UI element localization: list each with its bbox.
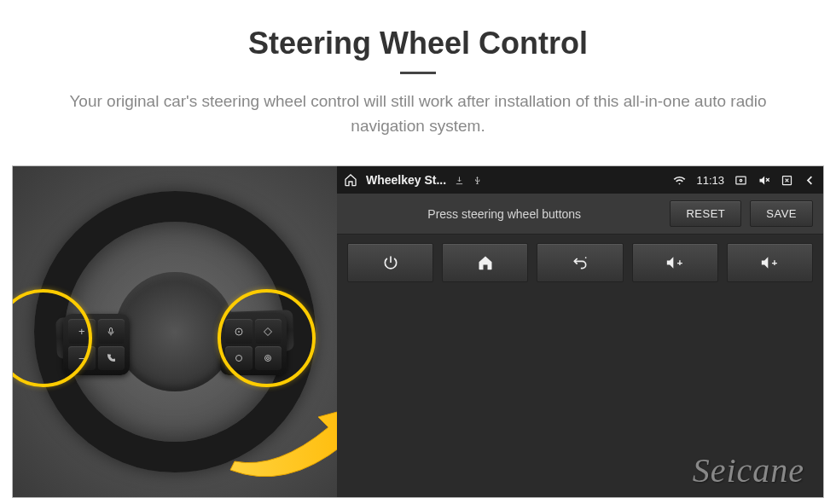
save-button[interactable]: SAVE [750,200,813,227]
reset-button[interactable]: RESET [670,200,741,227]
download-icon [455,176,464,185]
key-volume-up-button-2[interactable]: + [727,243,813,282]
svg-point-13 [585,257,587,258]
svg-point-3 [235,356,241,362]
title-divider [400,72,436,74]
wheel-btn-dial [225,319,253,344]
back-nav-icon[interactable] [804,174,816,187]
wifi-icon [673,174,686,187]
home-icon [477,254,494,271]
home-icon[interactable] [344,173,357,187]
head-unit-screen: Wheelkey St... 11:13 [337,166,823,497]
wheel-buttons-left: + − [63,314,130,375]
status-bar: Wheelkey St... 11:13 [337,166,823,194]
key-power-button[interactable] [347,243,433,282]
usb-icon [473,176,482,185]
wheel-buttons-right [220,314,287,375]
content-box: + − [12,165,824,498]
wheel-btn-phone [98,346,125,371]
volume-up-icon: + [665,254,685,271]
svg-rect-6 [736,177,746,184]
svg-point-4 [265,356,271,362]
power-icon [382,254,399,271]
instruction-label: Press steering wheel buttons [347,207,661,221]
volume-up-icon: + [759,254,780,271]
key-volume-up-button-1[interactable]: + [632,243,718,282]
steering-wheel-image: + − [13,166,337,497]
page-title: Steering Wheel Control [34,26,802,61]
svg-point-5 [267,357,270,360]
wheel-btn-circle [225,346,253,371]
mute-icon[interactable] [758,174,770,187]
cast-icon[interactable] [734,174,747,187]
wheel-btn-target [255,346,282,371]
key-button-row: + + [337,235,823,291]
svg-text:+: + [677,257,683,268]
svg-text:+: + [772,257,778,268]
svg-rect-0 [110,327,113,333]
clock-time: 11:13 [696,174,724,187]
svg-point-7 [740,179,742,182]
brand-watermark: Seicane [693,450,804,490]
wheel-btn-diamond [255,319,282,344]
close-app-icon[interactable] [781,174,793,187]
app-toolbar: Press steering wheel buttons RESET SAVE [337,194,823,235]
wheel-btn-minus: − [68,346,96,371]
steering-wheel: + − [34,191,316,472]
wheel-btn-voice [98,319,125,344]
back-icon [571,254,589,271]
key-home-button[interactable] [442,243,528,282]
key-back-button[interactable] [537,243,623,282]
svg-point-2 [238,331,239,332]
wheel-btn-plus: + [68,319,96,344]
header: Steering Wheel Control Your original car… [0,0,836,150]
app-title: Wheelkey St... [366,173,446,187]
page-subtitle: Your original car's steering wheel contr… [34,90,802,138]
